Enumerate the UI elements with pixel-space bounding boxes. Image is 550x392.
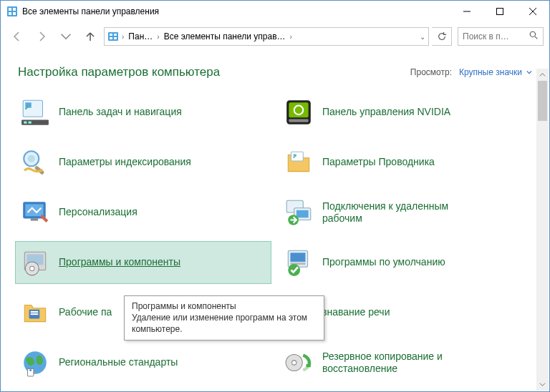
tooltip-title: Программы и компоненты: [132, 300, 317, 312]
window-title: Все элементы панели управления: [22, 6, 450, 16]
item-label: Рабочие па: [59, 306, 112, 319]
svg-rect-19: [24, 122, 26, 124]
item-taskbar-nav[interactable]: Панель задач и навигация: [15, 91, 271, 134]
item-label: Подключения к удаленным рабочим: [322, 200, 487, 225]
svg-rect-2: [13, 8, 16, 11]
svg-rect-6: [497, 9, 503, 15]
svg-rect-10: [110, 34, 112, 36]
nvidia-icon: [284, 97, 314, 127]
item-label: Резервное копирование и восстановление: [322, 351, 487, 376]
refresh-button[interactable]: [432, 27, 452, 46]
default-programs-icon: [284, 248, 314, 278]
scroll-up-button[interactable]: [536, 69, 549, 81]
item-label: Параметры индексирования: [59, 156, 191, 169]
content-area: Панель задач и навигация Панель управлен…: [1, 87, 549, 392]
close-button[interactable]: [516, 1, 549, 22]
folder-icon: [107, 31, 119, 42]
item-label: Региональные стандарты: [59, 356, 178, 369]
item-label: Панель задач и навигация: [59, 106, 182, 119]
item-nvidia[interactable]: Панель управления NVIDIA: [279, 91, 535, 134]
work-folders-icon: [20, 298, 50, 328]
chevron-down-icon[interactable]: ⌄: [420, 33, 425, 41]
item-label: Параметры Проводника: [322, 156, 435, 169]
view-select[interactable]: Крупные значки: [459, 67, 532, 77]
minimize-button[interactable]: [450, 1, 483, 22]
item-label: Программы и компоненты: [59, 256, 180, 269]
svg-rect-48: [31, 313, 39, 315]
chevron-down-icon: [526, 69, 532, 75]
scrollbar-thumb[interactable]: [538, 81, 547, 121]
svg-point-26: [28, 155, 36, 163]
breadcrumb-item[interactable]: Все элементы панели управ…: [161, 31, 289, 41]
window-controls: [450, 1, 549, 22]
svg-rect-43: [290, 253, 305, 262]
forward-button[interactable]: [31, 26, 52, 47]
item-label: знавание речи: [322, 306, 390, 319]
titlebar: Все элементы панели управления: [1, 1, 549, 22]
svg-rect-4: [13, 12, 16, 15]
svg-rect-35: [296, 210, 309, 218]
navbar: › Пан… › Все элементы панели управ… › ⌄ …: [1, 22, 549, 51]
svg-point-41: [30, 266, 34, 270]
back-button[interactable]: [6, 26, 28, 47]
svg-rect-12: [110, 37, 112, 39]
svg-rect-20: [29, 122, 32, 124]
chevron-right-icon: ›: [157, 33, 159, 41]
recent-dropdown[interactable]: [55, 26, 77, 47]
item-default-programs[interactable]: Программы по умолчанию: [279, 241, 535, 284]
maximize-button[interactable]: [483, 1, 516, 22]
item-remote-desktop[interactable]: Подключения к удаленным рабочим: [279, 191, 535, 234]
svg-rect-13: [114, 37, 117, 39]
svg-rect-47: [31, 311, 39, 313]
svg-point-14: [530, 31, 535, 36]
taskbar-icon: [20, 97, 50, 127]
personalization-icon: [20, 197, 50, 227]
chevron-right-icon: ›: [290, 33, 292, 41]
item-programs-features[interactable]: Программы и компоненты: [15, 241, 271, 284]
scroll-down-button[interactable]: [536, 378, 549, 391]
item-label: Программы по умолчанию: [322, 256, 445, 269]
svg-rect-3: [9, 12, 11, 15]
svg-rect-24: [289, 119, 308, 122]
search-input[interactable]: Поиск в п…: [458, 27, 544, 46]
page-header: Настройка параметров компьютера Просмотр…: [1, 51, 549, 87]
scrollbar[interactable]: [536, 69, 549, 391]
search-icon: [529, 31, 539, 42]
item-personalization[interactable]: Персонализация: [15, 191, 271, 234]
item-indexing[interactable]: Параметры индексирования: [15, 141, 271, 184]
tooltip-body: Удаление или изменение программ на этом …: [132, 312, 317, 335]
programs-icon: [20, 248, 50, 278]
item-explorer-options[interactable]: Параметры Проводника: [279, 141, 535, 184]
svg-rect-11: [114, 34, 117, 36]
item-label: Панель управления NVIDIA: [322, 106, 450, 119]
magnifier-icon: [20, 147, 50, 177]
view-label: Просмотр:: [410, 67, 452, 77]
item-label: Персонализация: [59, 206, 138, 219]
svg-point-54: [29, 369, 32, 371]
svg-line-15: [535, 36, 537, 39]
remote-icon: [284, 197, 314, 227]
breadcrumb[interactable]: › Пан… › Все элементы панели управ… › ⌄: [104, 27, 429, 46]
item-region[interactable]: Региональные стандарты: [15, 341, 271, 384]
folder-options-icon: [284, 147, 314, 177]
svg-point-56: [292, 361, 296, 365]
control-panel-icon: [6, 6, 18, 17]
search-placeholder: Поиск в п…: [463, 31, 509, 41]
backup-icon: [284, 348, 314, 378]
svg-rect-32: [31, 218, 39, 220]
page-title: Настройка параметров компьютера: [18, 65, 410, 79]
svg-rect-1: [9, 8, 11, 11]
globe-icon: [20, 348, 50, 378]
up-button[interactable]: [79, 26, 101, 47]
tooltip: Программы и компоненты Удаление или изме…: [124, 295, 324, 340]
svg-rect-9: [108, 32, 118, 41]
breadcrumb-item[interactable]: Пан…: [125, 31, 155, 41]
item-backup-restore[interactable]: Резервное копирование и восстановление: [279, 341, 535, 384]
svg-rect-28: [291, 152, 304, 161]
chevron-right-icon: ›: [122, 33, 124, 41]
